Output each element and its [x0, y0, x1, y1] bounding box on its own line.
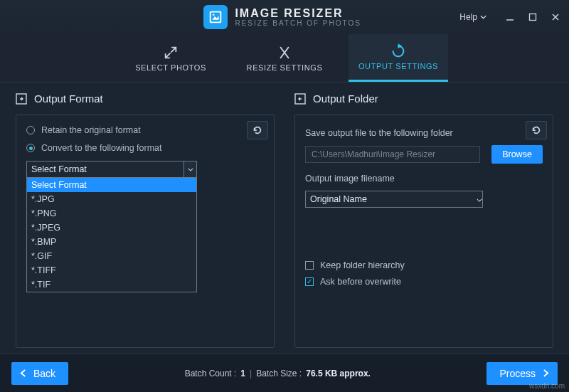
- batch-info: Batch Count : 1 | Batch Size : 76.5 KB a…: [185, 369, 371, 378]
- batch-count-label: Batch Count :: [185, 369, 237, 378]
- tab-resize-settings[interactable]: RESIZE SETTINGS: [235, 34, 334, 82]
- radio-icon: [26, 126, 35, 134]
- app-brand: IMAGE RESIZER RESIZE BATCH OF PHOTOS: [203, 5, 361, 29]
- output-folder-card: Save output file to the following folder…: [294, 115, 553, 348]
- browse-button[interactable]: Browse: [491, 145, 543, 164]
- format-option[interactable]: *.PNG: [27, 206, 196, 221]
- output-format-card: Retain the original format Convert to th…: [16, 115, 275, 348]
- footer-bar: Back Batch Count : 1 | Batch Size : 76.5…: [0, 354, 569, 392]
- tab-label: RESIZE SETTINGS: [247, 63, 323, 72]
- folder-export-icon: [294, 93, 306, 105]
- batch-count-value: 1: [240, 369, 245, 378]
- app-title: IMAGE RESIZER: [235, 7, 361, 20]
- tab-select-photos[interactable]: SELECT PHOTOS: [121, 34, 220, 82]
- keep-hierarchy-checkbox[interactable]: Keep folder hierarchy: [305, 260, 543, 270]
- radio-label: Convert to the following format: [41, 143, 162, 153]
- format-dropdown-list: Select Format *.JPG *.PNG *.JPEG *.BMP *…: [26, 178, 197, 292]
- back-label: Back: [33, 368, 55, 379]
- chevron-down-icon: [184, 161, 196, 177]
- format-option[interactable]: *.GIF: [27, 249, 196, 263]
- filename-label: Output image filename: [305, 174, 543, 184]
- app-subtitle: RESIZE BATCH OF PHOTOS: [235, 19, 361, 27]
- radio-convert-format[interactable]: Convert to the following format: [26, 143, 264, 153]
- radio-retain-format[interactable]: Retain the original format: [26, 125, 264, 135]
- tab-output-settings[interactable]: OUTPUT SETTINGS: [349, 34, 448, 82]
- radio-icon: [26, 144, 35, 152]
- help-menu[interactable]: Help: [459, 12, 486, 22]
- batch-size-label: Batch Size :: [256, 369, 302, 378]
- svg-rect-4: [529, 14, 536, 21]
- select-value: Select Format: [31, 164, 87, 174]
- reset-format-button[interactable]: [247, 121, 268, 139]
- format-select[interactable]: Select Format: [26, 161, 197, 178]
- checkbox-icon: [305, 261, 314, 270]
- format-option[interactable]: *.JPG: [27, 192, 196, 206]
- chevron-down-icon: [477, 194, 482, 204]
- checkbox-label: Keep folder hierarchy: [320, 260, 405, 270]
- path-input-value: C:\Users\Madhuri\Image Resizer: [312, 149, 435, 159]
- reset-folder-button[interactable]: [526, 121, 547, 139]
- maximize-button[interactable]: [526, 11, 539, 23]
- resize-icon: [277, 45, 292, 60]
- watermark: wsxdn.com: [529, 382, 565, 390]
- export-icon: [16, 93, 27, 105]
- tab-bar: SELECT PHOTOS RESIZE SETTINGS OUTPUT SET…: [0, 34, 569, 83]
- titlebar: IMAGE RESIZER RESIZE BATCH OF PHOTOS Hel…: [0, 0, 569, 34]
- select-value: Original Name: [310, 194, 367, 204]
- chevron-left-icon: [20, 369, 26, 377]
- svg-point-2: [213, 14, 215, 16]
- format-option[interactable]: *.JPEG: [27, 221, 196, 235]
- help-label: Help: [459, 12, 477, 22]
- output-folder-panel: Output Folder Save output file to the fo…: [286, 83, 569, 354]
- tab-label: OUTPUT SETTINGS: [358, 62, 438, 70]
- close-button[interactable]: [549, 11, 562, 23]
- chevron-down-icon: [480, 15, 486, 19]
- filename-select[interactable]: Original Name: [305, 191, 483, 208]
- back-button[interactable]: Back: [11, 362, 68, 385]
- process-label: Process: [499, 368, 536, 379]
- panel-heading: Output Format: [16, 92, 275, 105]
- minimize-button[interactable]: [504, 11, 516, 23]
- format-option[interactable]: *.TIF: [27, 277, 196, 292]
- format-option[interactable]: Select Format: [27, 178, 196, 192]
- save-folder-label: Save output file to the following folder: [305, 128, 543, 138]
- separator: |: [250, 369, 252, 378]
- expand-icon: [163, 45, 179, 60]
- process-button[interactable]: Process: [486, 362, 558, 385]
- format-option[interactable]: *.TIFF: [27, 263, 196, 277]
- output-path-input[interactable]: C:\Users\Madhuri\Image Resizer: [305, 146, 480, 163]
- checkbox-icon: [305, 277, 314, 286]
- refresh-icon: [390, 43, 406, 59]
- main-content: Output Format Retain the original format…: [0, 83, 569, 354]
- batch-size-value: 76.5 KB approx.: [306, 369, 371, 378]
- checkbox-label: Ask before overwrite: [320, 277, 401, 287]
- panel-heading: Output Folder: [294, 92, 553, 105]
- app-logo-icon: [203, 5, 228, 29]
- radio-label: Retain the original format: [41, 125, 141, 135]
- format-option[interactable]: *.BMP: [27, 235, 196, 249]
- output-format-panel: Output Format Retain the original format…: [0, 83, 286, 354]
- ask-overwrite-checkbox[interactable]: Ask before overwrite: [305, 277, 543, 287]
- chevron-right-icon: [543, 369, 549, 377]
- tab-label: SELECT PHOTOS: [135, 63, 206, 72]
